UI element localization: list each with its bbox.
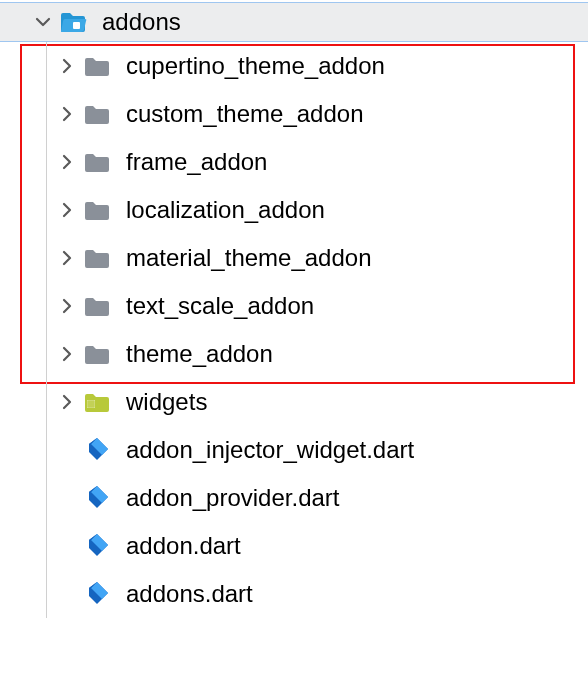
dart-file-icon (82, 483, 112, 513)
tree-item[interactable]: text_scale_addon (0, 282, 588, 330)
svg-rect-0 (73, 22, 80, 29)
tree-item[interactable]: addon_provider.dart (0, 474, 588, 522)
dart-file-icon (82, 531, 112, 561)
tree-item[interactable]: addons.dart (0, 570, 588, 618)
dart-file-icon (82, 579, 112, 609)
chevron-right-icon (52, 346, 82, 362)
tree-item-label: custom_theme_addon (126, 100, 364, 128)
tree-item[interactable]: theme_addon (0, 330, 588, 378)
tree-item-label: localization_addon (126, 196, 325, 224)
folder-open-icon (58, 7, 88, 37)
folder-icon (82, 243, 112, 273)
chevron-right-icon (52, 298, 82, 314)
tree-item-label: material_theme_addon (126, 244, 372, 272)
tree-item-label: cupertino_theme_addon (126, 52, 385, 80)
tree-item-addons[interactable]: addons (0, 2, 588, 42)
tree-item[interactable]: material_theme_addon (0, 234, 588, 282)
tree-item-label: widgets (126, 388, 207, 416)
chevron-right-icon (52, 394, 82, 410)
tree-item[interactable]: addon_injector_widget.dart (0, 426, 588, 474)
chevron-right-icon (52, 202, 82, 218)
chevron-right-icon (52, 250, 82, 266)
chevron-right-icon (52, 106, 82, 122)
folder-widgets-icon (82, 387, 112, 417)
tree-item-label: theme_addon (126, 340, 273, 368)
folder-icon (82, 195, 112, 225)
tree-item-label: addons (102, 8, 181, 36)
file-tree: addons cupertino_theme_addon custom_them… (0, 0, 588, 618)
folder-icon (82, 99, 112, 129)
chevron-down-icon (28, 14, 58, 30)
tree-item-label: addon_provider.dart (126, 484, 340, 512)
dart-file-icon (82, 435, 112, 465)
folder-icon (82, 339, 112, 369)
folder-icon (82, 51, 112, 81)
tree-item[interactable]: custom_theme_addon (0, 90, 588, 138)
tree-item[interactable]: addon.dart (0, 522, 588, 570)
folder-icon (82, 291, 112, 321)
tree-item-label: text_scale_addon (126, 292, 314, 320)
chevron-right-icon (52, 58, 82, 74)
tree-item[interactable]: frame_addon (0, 138, 588, 186)
tree-item[interactable]: widgets (0, 378, 588, 426)
chevron-right-icon (52, 154, 82, 170)
tree-item-label: addon_injector_widget.dart (126, 436, 414, 464)
tree-item[interactable]: cupertino_theme_addon (0, 42, 588, 90)
tree-item-label: frame_addon (126, 148, 267, 176)
tree-item-label: addon.dart (126, 532, 241, 560)
folder-icon (82, 147, 112, 177)
tree-item[interactable]: localization_addon (0, 186, 588, 234)
tree-item-label: addons.dart (126, 580, 253, 608)
